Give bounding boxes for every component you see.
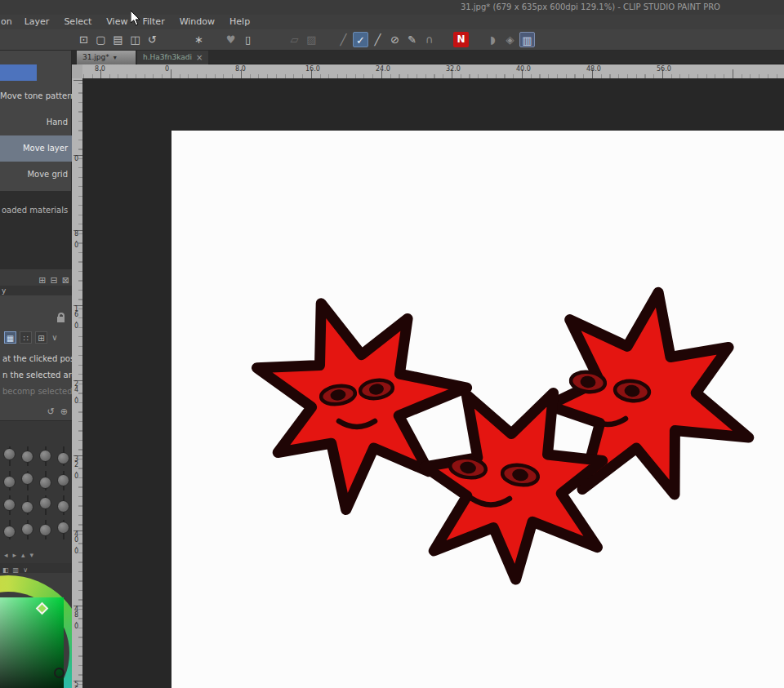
slider-knob[interactable] bbox=[1, 444, 19, 468]
snap-check-icon[interactable]: ✓ bbox=[353, 32, 368, 47]
mixer-panel: ◂▸▴▾ bbox=[0, 420, 72, 563]
selection-heart-icon[interactable]: ♥ bbox=[223, 32, 238, 47]
knob-handle[interactable] bbox=[3, 448, 16, 460]
knob-handle[interactable] bbox=[3, 476, 16, 488]
menu-view[interactable]: View bbox=[99, 15, 135, 29]
knob-handle[interactable] bbox=[39, 477, 51, 489]
slider-knob[interactable] bbox=[19, 493, 37, 517]
snap-line-icon[interactable]: ╱ bbox=[370, 32, 385, 47]
pen-tool-icon[interactable]: ✎ bbox=[404, 32, 420, 47]
folder-material-icon[interactable]: ⊟ bbox=[51, 275, 58, 286]
add-setting-icon[interactable]: ⊕ bbox=[60, 406, 68, 417]
new-canvas-icon[interactable]: ▢ bbox=[93, 32, 109, 47]
menu-select[interactable]: Select bbox=[56, 15, 99, 29]
dots-option-icon[interactable]: ∷ bbox=[20, 331, 32, 344]
tool-property-header: y bbox=[0, 286, 72, 295]
snap-ellipse-icon[interactable]: ⊘ bbox=[387, 32, 403, 47]
tool-property-title: y bbox=[2, 286, 6, 295]
ruler-label: 32.0 bbox=[73, 455, 80, 478]
tab-menu-chevron-icon[interactable]: ▾ bbox=[114, 51, 117, 64]
slider-knob[interactable] bbox=[1, 493, 19, 517]
slider-knob[interactable] bbox=[55, 517, 73, 542]
knob-handle[interactable] bbox=[57, 500, 69, 513]
ruler-label: 16.0 bbox=[73, 305, 80, 328]
knob-handle[interactable] bbox=[57, 474, 69, 486]
selection-pattern-icon[interactable]: ▨ bbox=[304, 32, 319, 47]
expand-option-icon[interactable]: ⊞ bbox=[35, 331, 47, 344]
ruler-label: 48.0 bbox=[586, 65, 601, 73]
menu-layer[interactable]: Layer bbox=[17, 15, 57, 29]
open-file-icon[interactable]: ▤ bbox=[110, 32, 126, 47]
document-tab[interactable]: h.Ha3fn3kadi× bbox=[137, 51, 208, 64]
add-material-icon[interactable]: ⊞ bbox=[38, 275, 46, 286]
slider-knob[interactable] bbox=[19, 468, 37, 493]
magnet-icon[interactable]: ∩ bbox=[421, 32, 437, 47]
paste-icon[interactable]: ▯ bbox=[240, 32, 256, 47]
knob-handle[interactable] bbox=[39, 450, 51, 462]
color-wheel-icon[interactable]: ◧ bbox=[2, 566, 9, 574]
subtool-move-grid[interactable]: Move grid bbox=[0, 162, 72, 188]
blend-icon[interactable]: ◈ bbox=[502, 32, 518, 47]
knob-handle[interactable] bbox=[57, 522, 69, 534]
up-arrow-icon[interactable]: ▴ bbox=[21, 551, 25, 559]
slider-knob[interactable] bbox=[1, 517, 19, 542]
slider-knob[interactable] bbox=[37, 444, 55, 468]
tool-option[interactable]: at the clicked position bbox=[0, 351, 72, 367]
slider-knob[interactable] bbox=[19, 517, 37, 542]
chevron-down-icon[interactable]: ∨ bbox=[51, 331, 59, 344]
tool-option[interactable]: becomp selected bbox=[0, 384, 72, 400]
materials-panel: oaded materials bbox=[0, 191, 72, 269]
reset-icon[interactable]: ↺ bbox=[47, 406, 55, 417]
knob-handle[interactable] bbox=[39, 497, 51, 509]
knob-handle[interactable] bbox=[21, 451, 33, 463]
slider-knob[interactable] bbox=[37, 493, 55, 517]
slider-knob[interactable] bbox=[55, 493, 73, 517]
lock-icon[interactable] bbox=[57, 317, 65, 322]
subtool-move-tone-pattern[interactable]: Move tone pattern bbox=[0, 83, 72, 109]
slider-knob[interactable] bbox=[55, 468, 73, 493]
undo-icon[interactable]: ↺ bbox=[145, 32, 160, 47]
knob-handle[interactable] bbox=[3, 499, 16, 511]
slider-knob[interactable] bbox=[1, 468, 19, 493]
knob-handle[interactable] bbox=[57, 452, 69, 464]
grid-snap-icon[interactable]: ▦ bbox=[4, 331, 16, 344]
menu-on[interactable]: on bbox=[0, 15, 17, 29]
menu-help[interactable]: Help bbox=[222, 15, 257, 29]
document-tab[interactable]: 31.jpg*▾ bbox=[77, 51, 136, 64]
knob-handle[interactable] bbox=[21, 523, 33, 535]
save-icon[interactable]: ◫ bbox=[127, 32, 143, 47]
tool-option[interactable]: n the selected area bbox=[0, 367, 72, 384]
zoom-page-icon[interactable]: ⊡ bbox=[76, 32, 91, 47]
horizontal-ruler[interactable]: 8.008.016.024.032.040.048.056.0 bbox=[82, 64, 784, 78]
slider-knob[interactable] bbox=[37, 468, 55, 493]
ruler-label: 40.0 bbox=[73, 530, 80, 553]
knob-handle[interactable] bbox=[21, 473, 33, 485]
tab-close-icon[interactable]: × bbox=[196, 51, 203, 64]
document-canvas[interactable] bbox=[82, 78, 784, 688]
chevron-down-icon[interactable]: ∨ bbox=[23, 566, 28, 574]
delete-material-icon[interactable]: ⊠ bbox=[62, 275, 69, 286]
knob-handle[interactable] bbox=[21, 501, 33, 513]
right-arrow-icon[interactable]: ▸ bbox=[13, 551, 17, 559]
selection-marquee-icon[interactable]: ▱ bbox=[287, 32, 302, 47]
knob-handle[interactable] bbox=[3, 526, 16, 538]
color-slider-icon[interactable]: ▥ bbox=[13, 566, 20, 574]
subtool-move-layer[interactable]: Move layer bbox=[0, 135, 72, 162]
eyedropper-icon[interactable]: ◗ bbox=[485, 32, 501, 47]
window-title: 31.jpg* (679 x 635px 600dpi 129.1%) - CL… bbox=[461, 2, 720, 11]
grid-view-icon[interactable]: ▥ bbox=[519, 32, 535, 47]
menu-window[interactable]: Window bbox=[172, 15, 222, 29]
active-tool-highlight[interactable] bbox=[0, 64, 37, 81]
external-app-icon[interactable]: N bbox=[453, 32, 469, 47]
slider-knob[interactable] bbox=[55, 444, 73, 468]
loading-spinner-icon[interactable]: ∗ bbox=[191, 32, 207, 47]
slider-knob[interactable] bbox=[37, 517, 55, 542]
color-marker[interactable] bbox=[54, 668, 65, 678]
vertical-ruler[interactable]: 08.016.024.032.040.048.056.0 bbox=[72, 78, 82, 688]
subtool-hand[interactable]: Hand bbox=[0, 109, 72, 135]
knob-handle[interactable] bbox=[39, 524, 51, 536]
snap-ruler-icon[interactable]: ╱ bbox=[336, 32, 351, 47]
left-arrow-icon[interactable]: ◂ bbox=[4, 551, 8, 559]
down-arrow-icon[interactable]: ▾ bbox=[30, 551, 34, 559]
slider-knob[interactable] bbox=[19, 444, 37, 468]
